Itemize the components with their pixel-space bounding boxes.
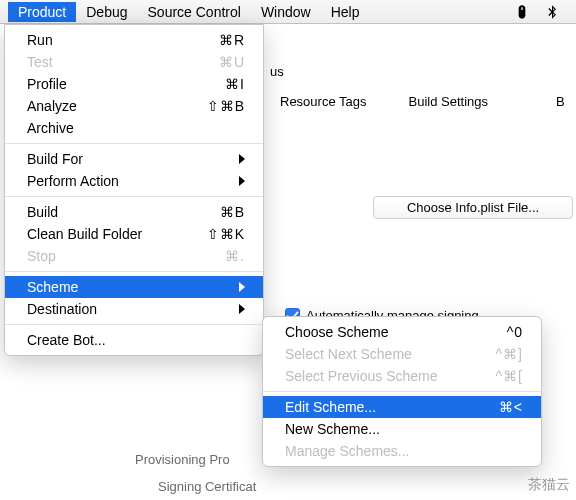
- menu-item-test: Test ⌘U: [5, 51, 263, 73]
- signing-cert-label: Signing Certificat: [158, 479, 256, 494]
- menu-item-clean[interactable]: Clean Build Folder ⇧⌘K: [5, 223, 263, 245]
- mouse-icon: [514, 4, 530, 20]
- submenu-item-edit-scheme[interactable]: Edit Scheme... ⌘<: [263, 396, 541, 418]
- submenu-item-select-next: Select Next Scheme ^⌘]: [263, 343, 541, 365]
- chevron-right-icon: [239, 176, 245, 186]
- submenu-item-choose-scheme[interactable]: Choose Scheme ^0: [263, 321, 541, 343]
- submenu-item-manage-schemes: Manage Schemes...: [263, 440, 541, 462]
- choose-plist-button[interactable]: Choose Info.plist File...: [373, 196, 573, 219]
- chevron-right-icon: [239, 304, 245, 314]
- provisioning-label: Provisioning Pro: [135, 452, 230, 467]
- menu-separator: [5, 143, 263, 144]
- tab-build-settings[interactable]: Build Settings: [408, 94, 488, 109]
- menu-item-archive[interactable]: Archive: [5, 117, 263, 139]
- watermark: 茶猫云: [528, 476, 570, 494]
- menu-item-profile[interactable]: Profile ⌘I: [5, 73, 263, 95]
- menu-item-build-for[interactable]: Build For: [5, 148, 263, 170]
- submenu-item-select-prev: Select Previous Scheme ^⌘[: [263, 365, 541, 387]
- menu-separator: [263, 391, 541, 392]
- tab-resource-tags[interactable]: Resource Tags: [280, 94, 366, 109]
- menu-item-analyze[interactable]: Analyze ⇧⌘B: [5, 95, 263, 117]
- menubar-status: [514, 4, 568, 20]
- scheme-submenu: Choose Scheme ^0 Select Next Scheme ^⌘] …: [262, 316, 542, 467]
- menubar-item-help[interactable]: Help: [321, 2, 370, 22]
- bluetooth-icon: [544, 4, 560, 20]
- tabs-row: Resource Tags Build Settings: [280, 94, 488, 109]
- tab-partial: B: [556, 94, 565, 109]
- menu-item-perform-action[interactable]: Perform Action: [5, 170, 263, 192]
- menu-separator: [5, 271, 263, 272]
- partial-text: us: [270, 64, 284, 79]
- menu-item-scheme[interactable]: Scheme: [5, 276, 263, 298]
- menu-item-destination[interactable]: Destination: [5, 298, 263, 320]
- menubar-item-window[interactable]: Window: [251, 2, 321, 22]
- menu-item-build[interactable]: Build ⌘B: [5, 201, 263, 223]
- menu-item-create-bot[interactable]: Create Bot...: [5, 329, 263, 351]
- chevron-right-icon: [239, 154, 245, 164]
- menubar-item-source-control[interactable]: Source Control: [138, 2, 251, 22]
- menu-item-stop: Stop ⌘.: [5, 245, 263, 267]
- submenu-item-new-scheme[interactable]: New Scheme...: [263, 418, 541, 440]
- chevron-right-icon: [239, 282, 245, 292]
- menu-item-run[interactable]: Run ⌘R: [5, 29, 263, 51]
- menubar-item-debug[interactable]: Debug: [76, 2, 137, 22]
- menu-separator: [5, 324, 263, 325]
- menubar: Product Debug Source Control Window Help: [0, 0, 576, 24]
- menubar-item-product[interactable]: Product: [8, 2, 76, 22]
- menu-separator: [5, 196, 263, 197]
- product-menu: Run ⌘R Test ⌘U Profile ⌘I Analyze ⇧⌘B Ar…: [4, 24, 264, 356]
